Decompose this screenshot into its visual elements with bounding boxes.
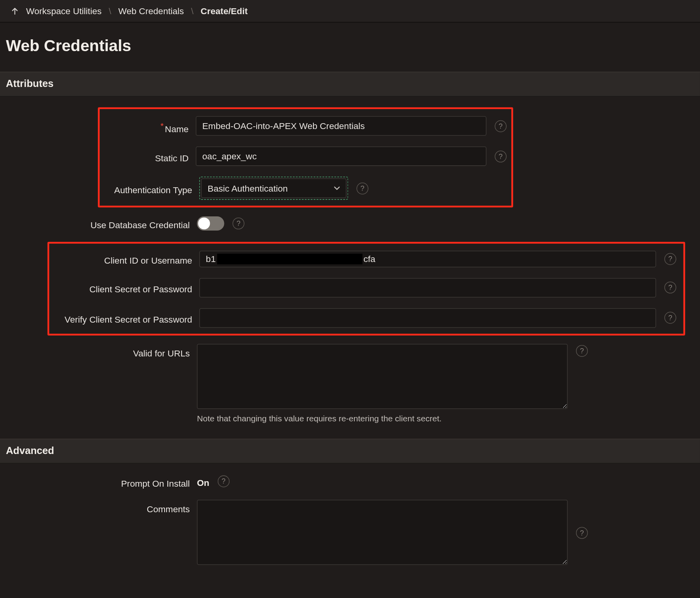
label-comments: Comments — [6, 500, 197, 515]
label-client-id: Client ID or Username — [54, 251, 199, 266]
label-name: *Name — [104, 117, 196, 135]
auth-type-select[interactable]: Basic Authentication — [201, 179, 346, 198]
annotation-highlight-box: Client ID or Username b1 cfa ? Client Se… — [48, 242, 685, 335]
redacted-block — [217, 253, 362, 264]
help-icon[interactable]: ? — [576, 345, 588, 356]
help-icon[interactable]: ? — [576, 527, 588, 539]
label-use-db-cred: Use Database Credential — [6, 216, 197, 231]
label-prompt-install: Prompt On Install — [6, 474, 197, 489]
breadcrumb-separator-icon: \ — [191, 6, 193, 16]
name-input[interactable] — [196, 116, 486, 136]
help-icon[interactable]: ? — [357, 182, 369, 194]
static-id-input[interactable] — [196, 146, 486, 166]
page-title: Web Credentials — [6, 37, 694, 55]
breadcrumb: Workspace Utilities \ Web Credentials \ … — [0, 0, 700, 22]
breadcrumb-item-workspace-utilities[interactable]: Workspace Utilities — [26, 6, 102, 16]
label-valid-urls: Valid for URLs — [6, 343, 197, 358]
annotation-highlight-box: *Name ? Static ID ? Authentication Type — [98, 107, 513, 208]
label-auth-type: Authentication Type — [104, 181, 199, 196]
verify-client-secret-input[interactable] — [199, 308, 656, 328]
breadcrumb-current: Create/Edit — [201, 6, 248, 16]
help-icon[interactable]: ? — [495, 120, 507, 132]
breadcrumb-separator-icon: \ — [109, 6, 111, 16]
prompt-on-install-value: On — [197, 475, 209, 488]
valid-urls-textarea[interactable] — [197, 343, 568, 409]
help-icon[interactable]: ? — [218, 476, 230, 487]
help-icon[interactable]: ? — [665, 253, 676, 265]
help-icon[interactable]: ? — [665, 282, 676, 293]
use-db-credential-toggle[interactable] — [197, 216, 224, 231]
section-header-attributes: Attributes — [0, 72, 700, 96]
help-icon[interactable]: ? — [665, 312, 676, 324]
label-static-id: Static ID — [104, 149, 196, 164]
client-id-input[interactable]: b1 cfa — [199, 251, 656, 267]
comments-textarea[interactable] — [197, 500, 568, 565]
help-icon[interactable]: ? — [495, 150, 507, 162]
valid-urls-hint: Note that changing this value requires r… — [197, 413, 441, 423]
breadcrumb-item-web-credentials[interactable]: Web Credentials — [118, 6, 184, 16]
label-client-secret: Client Secret or Password — [54, 280, 199, 295]
up-arrow-icon[interactable] — [11, 7, 19, 15]
help-icon[interactable]: ? — [233, 218, 244, 229]
label-verify-secret: Verify Client Secret or Password — [54, 310, 199, 325]
section-header-advanced: Advanced — [0, 438, 700, 463]
client-secret-input[interactable] — [199, 278, 656, 297]
